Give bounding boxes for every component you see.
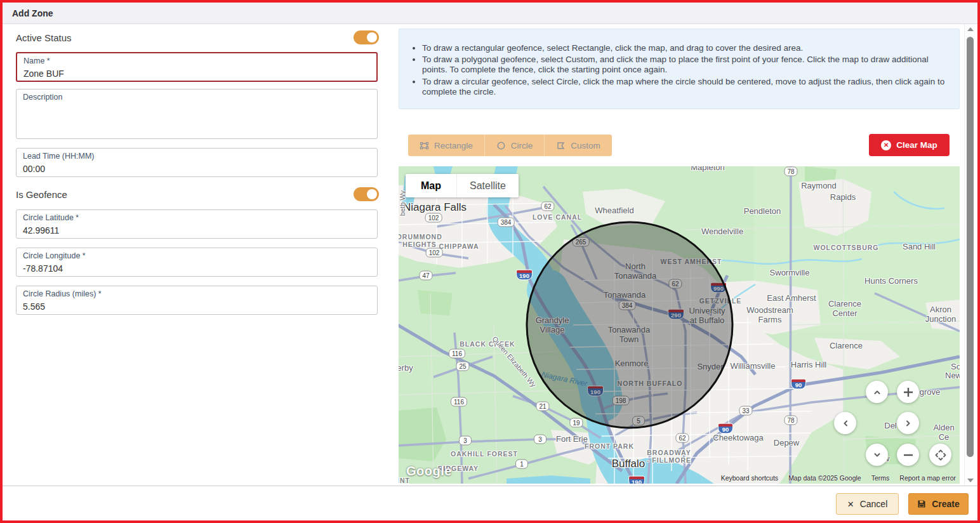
map-data-text: Map data ©2025 Google bbox=[788, 474, 861, 482]
map-label: Raymond bbox=[801, 182, 837, 191]
plus-icon bbox=[903, 387, 914, 398]
circle-longitude-value: -78.87104 bbox=[23, 262, 371, 275]
map-label: BROADWAY - FILLMORE bbox=[647, 449, 691, 464]
active-status-toggle[interactable] bbox=[354, 30, 379, 44]
map-label: Kenmore bbox=[615, 359, 649, 369]
interstate-shield: 190 bbox=[587, 386, 604, 397]
scrollbar-thumb[interactable] bbox=[967, 37, 974, 457]
circle-radius-label: Circle Radius (miles) * bbox=[23, 289, 371, 299]
interstate-shield: 290 bbox=[668, 309, 684, 320]
is-geofence-label: Is Geofence bbox=[16, 189, 67, 200]
map-label: Wheatfield bbox=[595, 206, 633, 216]
interstate-shield: 90 bbox=[718, 423, 733, 434]
route-shield: 102 bbox=[426, 248, 443, 258]
map-label: North Tonawanda bbox=[614, 262, 657, 281]
vertical-scrollbar[interactable] bbox=[964, 24, 976, 486]
route-shield: 78 bbox=[784, 416, 797, 425]
lead-time-value: 00:00 bbox=[23, 162, 371, 175]
map-label: Alden Ce bbox=[933, 423, 954, 442]
map-label: New bbox=[945, 371, 960, 381]
map-type-map[interactable]: Map bbox=[406, 174, 456, 197]
circle-longitude-label: Circle Longitude * bbox=[23, 251, 371, 261]
interstate-shield: 190 bbox=[628, 476, 645, 484]
clear-map-button[interactable]: ✕ Clear Map bbox=[869, 134, 950, 156]
zoom-in-button[interactable] bbox=[897, 381, 919, 403]
polygon-icon bbox=[556, 141, 566, 150]
map-label: WOLCOTTSBURG bbox=[814, 244, 879, 251]
active-status-label: Active Status bbox=[16, 32, 72, 43]
route-shield: 116 bbox=[451, 397, 467, 407]
map-label: erby bbox=[399, 364, 413, 373]
map-label: WEST AMHERST bbox=[661, 258, 722, 265]
create-button[interactable]: Create bbox=[908, 493, 969, 515]
google-logo[interactable]: Google bbox=[406, 464, 452, 479]
recenter-button[interactable] bbox=[929, 444, 951, 466]
map-label: Tonawanda bbox=[604, 291, 646, 300]
map-label: Tonawanda Town bbox=[608, 326, 651, 345]
lead-time-label: Lead Time (HH:MM) bbox=[23, 152, 371, 161]
is-geofence-row: Is Geofence bbox=[16, 187, 379, 201]
map-label: FRONT PARK bbox=[585, 442, 634, 450]
route-shield: 265 bbox=[573, 237, 590, 247]
circle-radius-field[interactable]: Circle Radius (miles) * 5.565 bbox=[16, 286, 378, 315]
map-label: Buffalo bbox=[612, 458, 646, 470]
pan-down-button[interactable] bbox=[866, 444, 888, 466]
route-shield: 33 bbox=[739, 406, 752, 416]
route-shield: 116 bbox=[449, 349, 465, 359]
circle-latitude-value: 42.99611 bbox=[23, 224, 371, 237]
scroll-down-arrow[interactable] bbox=[965, 475, 976, 486]
map-label: GETZVILLE bbox=[699, 297, 742, 305]
pan-right-button[interactable] bbox=[897, 412, 919, 434]
report-map-error-link[interactable]: Report a map error bbox=[899, 474, 956, 482]
instruction-item: To draw a circular geofence, select Circ… bbox=[422, 77, 949, 97]
scroll-up-arrow[interactable] bbox=[965, 24, 976, 34]
shape-tool-group: Rectangle Circle Custom bbox=[408, 135, 612, 156]
route-shield: 62 bbox=[675, 434, 689, 443]
zoom-out-button[interactable] bbox=[897, 444, 919, 466]
name-label: Name * bbox=[23, 56, 370, 66]
circle-latitude-field[interactable]: Circle Latitude * 42.99611 bbox=[16, 209, 378, 239]
lead-time-field[interactable]: Lead Time (HH:MM) 00:00 bbox=[16, 148, 378, 177]
cancel-button[interactable]: ✕ Cancel bbox=[836, 493, 899, 515]
close-icon: ✕ bbox=[847, 500, 854, 509]
is-geofence-toggle[interactable] bbox=[354, 187, 379, 201]
map-label: Williamsville bbox=[731, 362, 776, 371]
circle-longitude-field[interactable]: Circle Longitude * -78.87104 bbox=[16, 248, 378, 277]
map-label: LOVE CANAL bbox=[533, 213, 582, 221]
pan-left-button[interactable] bbox=[834, 412, 856, 434]
route-shield: 384 bbox=[498, 218, 515, 227]
description-label: Description bbox=[23, 93, 371, 102]
map-label: Pendleton bbox=[744, 207, 781, 216]
custom-tool-button[interactable]: Custom bbox=[544, 135, 612, 156]
dialog-footer: ✕ Cancel Create bbox=[3, 486, 977, 520]
description-field[interactable]: Description bbox=[16, 89, 378, 139]
map-label: Hunts Corners bbox=[864, 277, 918, 286]
map-label: Cheektowaga bbox=[713, 434, 764, 443]
pan-up-button[interactable] bbox=[866, 381, 888, 403]
triangle-up-icon bbox=[967, 27, 974, 31]
keyboard-shortcuts-link[interactable]: Keyboard shortcuts bbox=[721, 474, 778, 482]
map-label: Niagara Falls bbox=[403, 201, 467, 214]
terms-link[interactable]: Terms bbox=[871, 474, 890, 482]
map-label: East Amherst bbox=[767, 294, 816, 303]
route-shield: 102 bbox=[425, 213, 442, 223]
name-field[interactable]: Name * Zone BUF bbox=[16, 52, 378, 82]
active-status-row: Active Status bbox=[16, 30, 379, 44]
route-shield: 3 bbox=[534, 435, 546, 444]
rectangle-tool-button[interactable]: Rectangle bbox=[408, 135, 484, 156]
map-label: Mapleton bbox=[691, 166, 724, 172]
rectangle-tool-label: Rectangle bbox=[434, 141, 473, 150]
custom-tool-label: Custom bbox=[571, 141, 600, 150]
map-label: Snyder bbox=[697, 362, 723, 372]
map-label: CHIPPAWA bbox=[439, 242, 479, 250]
name-value: Zone BUF bbox=[23, 67, 370, 80]
page-title: Add Zone bbox=[12, 8, 53, 18]
route-shield: 62 bbox=[541, 202, 554, 211]
circle-tool-button[interactable]: Circle bbox=[484, 135, 545, 156]
clear-map-icon: ✕ bbox=[881, 140, 891, 150]
map-type-satellite[interactable]: Satellite bbox=[456, 174, 519, 197]
map-attribution: Keyboard shortcuts Map data ©2025 Google… bbox=[721, 474, 956, 482]
route-shield: 19 bbox=[569, 418, 583, 428]
circle-radius-value: 5.565 bbox=[23, 300, 371, 313]
map-canvas[interactable]: MapletonRaymondRapidsPendletonWendelvill… bbox=[399, 166, 960, 484]
